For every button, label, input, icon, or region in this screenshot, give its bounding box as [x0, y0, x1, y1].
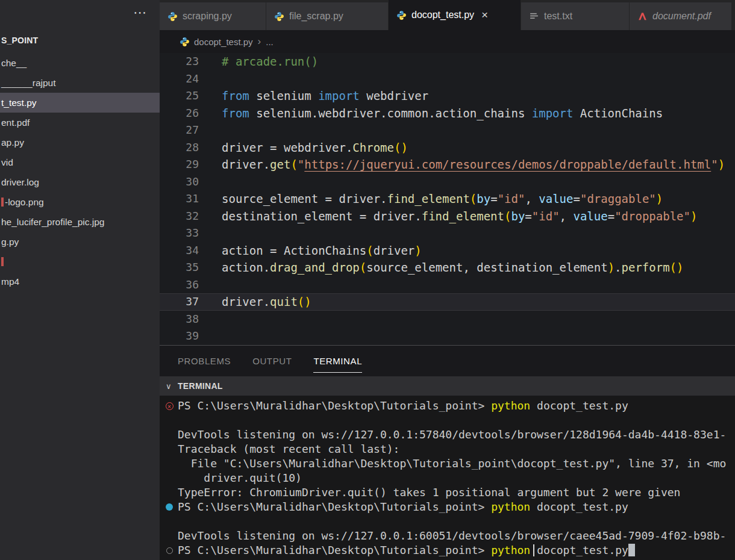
line-content	[199, 276, 222, 294]
python-icon	[274, 11, 284, 22]
tab-file_scrap.py[interactable]: file_scrap.py	[266, 2, 389, 30]
chevron-down-icon[interactable]: ∨	[160, 382, 178, 391]
code-line[interactable]: 29driver.get("https://jqueryui.com/resou…	[160, 156, 735, 173]
sidebar-file-item[interactable]: -logo.png	[0, 192, 160, 212]
code-line[interactable]: 36	[160, 276, 735, 294]
line-number: 37	[160, 293, 199, 311]
terminal-line: DevTools listening on ws://127.0.0.1:578…	[160, 428, 735, 442]
python-icon	[179, 36, 190, 47]
line-number: 23	[160, 53, 199, 70]
folder-header[interactable]: S_POINT	[0, 31, 160, 52]
terminal-line: File "C:\Users\Muralidhar\Desktop\Tutori…	[160, 456, 735, 471]
code-line[interactable]: 28driver = webdriver.Chrome()	[160, 139, 735, 157]
line-content: from selenium.webdriver.common.action_ch…	[199, 105, 663, 122]
breadcrumb-more[interactable]: ...	[266, 37, 274, 47]
sidebar-file-item[interactable]: ent.pdf	[0, 113, 160, 132]
panel-tab-output[interactable]: OUTPUT	[252, 346, 292, 376]
code-line[interactable]: 38	[160, 311, 735, 328]
line-number: 32	[160, 208, 199, 225]
file-name: driver.log	[1, 172, 39, 192]
code-line[interactable]: 31source_element = driver.find_element(b…	[160, 190, 735, 208]
git-status-mark	[1, 198, 4, 207]
file-name: g.py	[1, 232, 19, 252]
terminal-line: DevTools listening on ws://127.0.0.1:600…	[160, 529, 735, 543]
sidebar-file-item[interactable]: ______rajput	[0, 73, 160, 93]
file-name: che__	[1, 53, 27, 73]
code-editor[interactable]: 23# arcade.run()2425from selenium import…	[160, 53, 735, 345]
terminal-line: PS C:\Users\Muralidhar\Desktop\Tutorials…	[160, 543, 735, 558]
line-number: 27	[160, 122, 199, 139]
breadcrumb[interactable]: docopt_test.py › ...	[160, 30, 735, 53]
text-icon	[528, 11, 539, 22]
tab-docopt_test.py[interactable]: docopt_test.py×	[389, 0, 521, 30]
line-number: 36	[160, 276, 199, 294]
line-number: 28	[160, 139, 199, 157]
sidebar-file-item[interactable]	[0, 252, 160, 272]
line-content: action.drag_and_drop(source_element, des…	[199, 259, 684, 276]
line-content: from selenium import webdriver	[199, 87, 428, 105]
breadcrumb-file[interactable]: docopt_test.py	[194, 37, 253, 47]
close-icon[interactable]: ×	[481, 10, 488, 20]
code-line[interactable]: 26from selenium.webdriver.common.action_…	[160, 105, 735, 122]
line-content: driver = webdriver.Chrome()	[199, 139, 408, 157]
line-content	[199, 122, 222, 139]
code-line[interactable]: 30	[160, 173, 735, 191]
code-line[interactable]: 39	[160, 328, 735, 345]
sidebar-file-list: che________rajputt_test.pyent.pdfap.pyvi…	[0, 53, 160, 291]
terminal-line	[160, 413, 735, 428]
code-line[interactable]: 33	[160, 225, 735, 242]
sidebar-file-item[interactable]: g.py	[0, 232, 160, 252]
line-number: 30	[160, 173, 199, 191]
terminal-output[interactable]: ×PS C:\Users\Muralidhar\Desktop\Tutorial…	[160, 396, 735, 560]
command-status-success-icon	[163, 500, 176, 514]
command-status-error-icon: ×	[163, 399, 176, 413]
sidebar-file-item[interactable]: driver.log	[0, 172, 160, 192]
file-name: he_lucifer_profile_pic.jpg	[1, 212, 104, 232]
line-number: 39	[160, 328, 199, 345]
tab-scraping.py[interactable]: scraping.py	[160, 2, 266, 30]
tab-document.pdf[interactable]: document.pdf	[630, 2, 732, 30]
code-line[interactable]: 24	[160, 70, 735, 88]
code-line[interactable]: 23# arcade.run()	[160, 53, 735, 70]
sidebar-file-item[interactable]: he_lucifer_profile_pic.jpg	[0, 212, 160, 232]
code-line[interactable]: 27	[160, 122, 735, 139]
code-line[interactable]: 37driver.quit()	[160, 293, 735, 311]
line-number: 34	[160, 242, 199, 260]
tab-label: document.pdf	[652, 11, 711, 22]
code-line[interactable]: 32destination_element = driver.find_elem…	[160, 208, 735, 225]
terminal-line: Traceback (most recent call last):	[160, 442, 735, 456]
terminal-line: ×PS C:\Users\Muralidhar\Desktop\Tutorial…	[160, 399, 735, 413]
sidebar-top: ⋯	[0, 0, 160, 31]
text-cursor	[533, 544, 534, 556]
line-content: source_element = driver.find_element(by=…	[199, 190, 663, 208]
terminal-line: driver.quit(10)	[160, 471, 735, 485]
pdf-icon	[637, 11, 648, 22]
line-content	[199, 70, 222, 88]
code-line[interactable]: 35action.drag_and_drop(source_element, d…	[160, 259, 735, 276]
file-name: vid	[1, 152, 13, 172]
sidebar-file-item[interactable]: mp4	[0, 272, 160, 291]
line-content	[199, 173, 222, 191]
sidebar-file-item[interactable]: che__	[0, 53, 160, 73]
terminal-section-header[interactable]: ∨ TERMINAL	[160, 376, 735, 396]
panel-tab-terminal[interactable]: TERMINAL	[313, 346, 362, 376]
sidebar-file-item[interactable]: vid	[0, 152, 160, 172]
vscode-window: ⋯ S_POINT che________rajputt_test.pyent.…	[0, 0, 735, 560]
explorer-sidebar: ⋯ S_POINT che________rajputt_test.pyent.…	[0, 0, 160, 560]
code-line[interactable]: 25from selenium import webdriver	[160, 87, 735, 105]
more-actions-button[interactable]: ⋯	[133, 6, 148, 19]
code-line[interactable]: 34action = ActionChains(driver)	[160, 242, 735, 260]
line-number: 29	[160, 156, 199, 173]
terminal-line: TypeError: ChromiumDriver.quit() takes 1…	[160, 485, 735, 500]
sidebar-file-item[interactable]: ap.py	[0, 132, 160, 152]
tab-test.txt[interactable]: test.txt	[521, 2, 630, 30]
tab-label: file_scrap.py	[289, 11, 343, 22]
file-name: ent.pdf	[1, 113, 30, 132]
line-content: driver.quit()	[199, 293, 311, 311]
line-content	[199, 328, 222, 345]
panel-tab-problems[interactable]: PROBLEMS	[178, 346, 231, 376]
sidebar-file-item[interactable]: t_test.py	[0, 93, 160, 113]
bottom-panel: PROBLEMSOUTPUTTERMINAL ∨ TERMINAL ×PS C:…	[160, 345, 735, 560]
python-icon	[396, 10, 407, 20]
terminal-cursor	[628, 544, 635, 556]
